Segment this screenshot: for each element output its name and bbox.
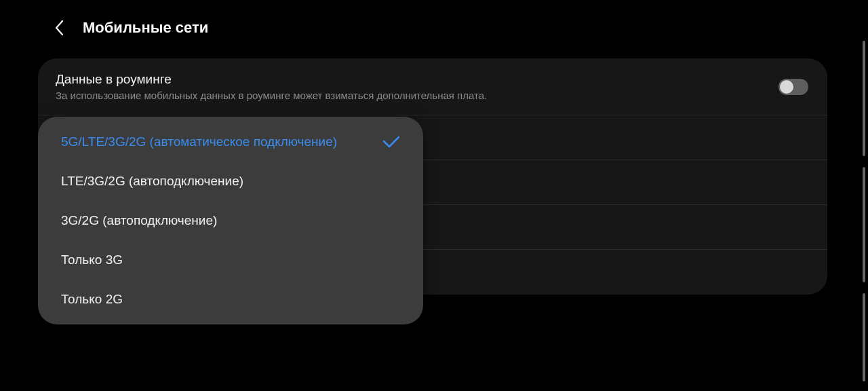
check-icon xyxy=(382,136,400,148)
popup-item-2g[interactable]: Только 2G xyxy=(38,280,423,319)
scroll-indicator xyxy=(863,41,865,156)
page-title: Мобильные сети xyxy=(83,19,208,37)
network-mode-popup: 5G/LTE/3G/2G (автоматическое подключение… xyxy=(38,117,423,324)
roaming-title: Данные в роуминге xyxy=(56,72,487,87)
popup-item-label: 5G/LTE/3G/2G (автоматическое подключение… xyxy=(61,134,337,149)
popup-item-3g[interactable]: Только 3G xyxy=(38,240,423,280)
scroll-indicator xyxy=(863,293,865,381)
popup-item-lte[interactable]: LTE/3G/2G (автоподключение) xyxy=(38,162,423,201)
popup-item-5g[interactable]: 5G/LTE/3G/2G (автоматическое подключение… xyxy=(38,122,423,162)
roaming-toggle[interactable] xyxy=(778,79,808,95)
back-icon[interactable] xyxy=(52,20,66,35)
scroll-indicator xyxy=(863,167,865,282)
roaming-desc: За использование мобильных данных в роум… xyxy=(56,90,487,101)
popup-item-label: Только 3G xyxy=(61,253,123,267)
roaming-text: Данные в роуминге За использование мобил… xyxy=(56,72,487,101)
popup-item-label: 3G/2G (автоподключение) xyxy=(61,213,217,228)
popup-item-label: LTE/3G/2G (автоподключение) xyxy=(61,174,243,189)
popup-item-3g2g[interactable]: 3G/2G (автоподключение) xyxy=(38,201,423,240)
popup-item-label: Только 2G xyxy=(61,292,123,307)
roaming-data-row[interactable]: Данные в роуминге За использование мобил… xyxy=(38,58,827,115)
header: Мобильные сети xyxy=(0,0,868,53)
